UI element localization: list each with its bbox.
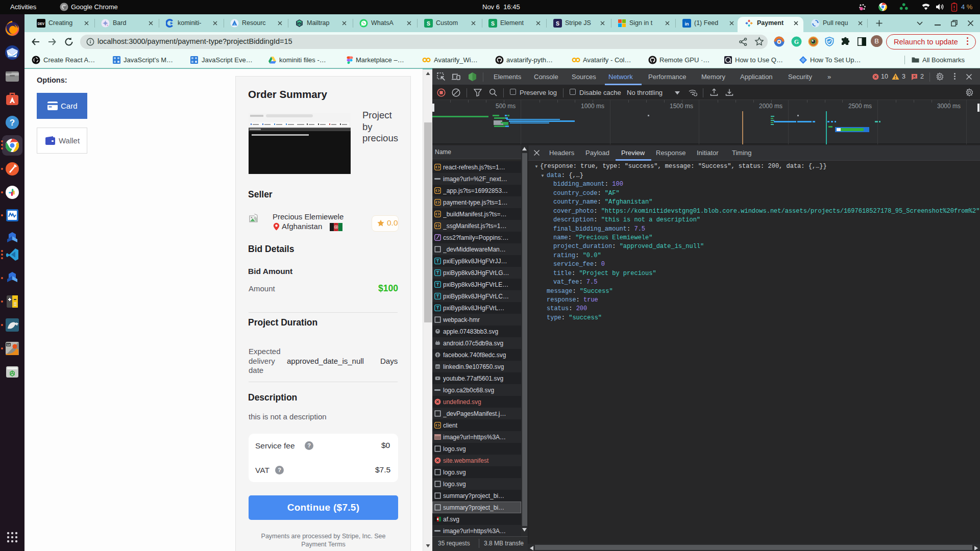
svg-text:S: S: [427, 20, 430, 27]
svg-text:DEV: DEV: [38, 22, 45, 26]
svg-text:G4: G4: [7, 343, 10, 346]
svg-text:G: G: [794, 38, 799, 45]
svg-text:?: ?: [10, 118, 15, 128]
svg-text:S: S: [491, 20, 495, 27]
svg-text:in: in: [685, 21, 689, 27]
svg-text:S: S: [556, 20, 559, 27]
